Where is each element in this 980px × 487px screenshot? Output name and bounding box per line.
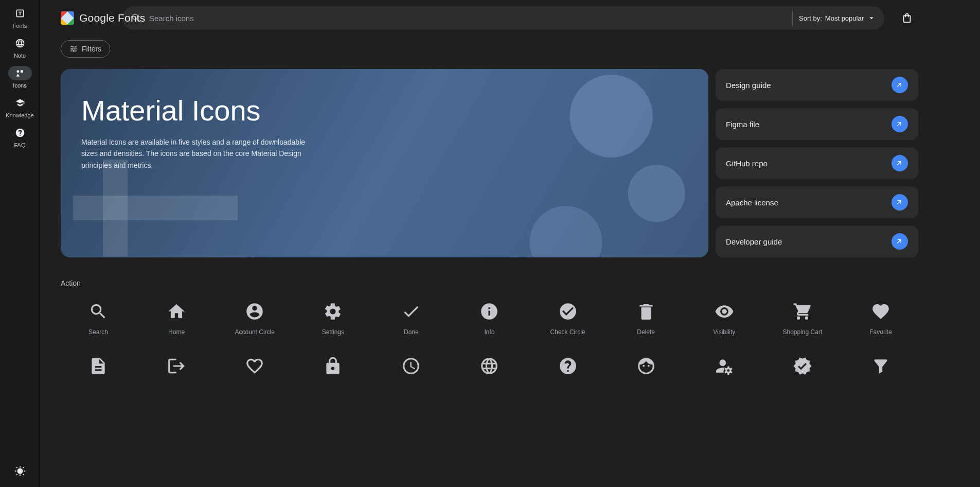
icon-cell-search[interactable]: Search [61,297,136,348]
link-label: Apache license [726,198,778,207]
icon-cell-account-circle[interactable]: Account Circle [217,297,292,348]
open-link-icon [892,116,908,132]
nav-knowledge[interactable]: Knowledge [0,96,40,118]
icon-cell-visibility[interactable]: Visibility [687,297,762,348]
link-label: Figma file [726,120,759,129]
icon-cell-verified[interactable] [765,351,840,403]
visibility-icon [715,302,734,321]
icon-label: Shopping Cart [783,328,823,336]
icon-cell-description[interactable] [61,351,136,403]
icon-label: Search [88,328,108,336]
icon-cell-home[interactable]: Home [139,297,214,348]
filters-chip[interactable]: Filters [61,40,110,58]
icon-cell-language[interactable] [452,351,527,403]
icon-cell-check-circle[interactable]: Check Circle [530,297,605,348]
sort-prefix: Sort by: [799,14,822,22]
nav-icons[interactable]: Icons [0,66,40,89]
sidebar: Fonts Noto Icons Knowledge FAQ [0,0,40,487]
icon-cell-lock[interactable] [295,351,370,403]
icon-cell-logout[interactable] [139,351,214,403]
link-label: Design guide [726,81,771,90]
icon-cell-done[interactable]: Done [373,297,449,348]
icon-cell-info[interactable]: Info [452,297,527,348]
brand-text: Google Fonts [79,12,146,24]
done-icon [401,302,421,321]
icon-cell-delete[interactable]: Delete [609,297,684,348]
help-icon [558,356,578,376]
icon-label: Visibility [713,328,735,336]
icon-label: Account Circle [235,328,275,336]
open-link-icon [892,233,908,250]
nav-label: Noto [14,53,26,59]
link-figma-file[interactable]: Figma file [716,108,918,140]
link-design-guide[interactable]: Design guide [716,69,918,101]
favorite-border-icon [245,356,264,376]
manage-accounts-icon [715,356,734,376]
main-content: Google Fonts Sort by: Most popular [40,0,980,487]
icon-label: Delete [637,328,655,336]
icon-label: Favorite [869,328,892,336]
help-icon [15,128,25,138]
language-icon [479,356,499,376]
icon-cell-face[interactable] [609,351,684,403]
open-link-icon [892,194,908,211]
hero-banner: Material Icons Material Icons are availa… [61,69,708,257]
sort-dropdown[interactable]: Sort by: Most popular [799,13,876,23]
link-github-repo[interactable]: GitHub repo [716,147,918,179]
nav-label: Icons [13,82,26,89]
hero-description: Material Icons are available in five sty… [81,136,318,171]
info-icon [479,302,499,321]
icon-label: Info [484,328,494,336]
icon-label: Check Circle [550,328,585,336]
check-circle-icon [558,302,578,321]
nav-fonts[interactable]: Fonts [0,6,40,29]
link-apache-license[interactable]: Apache license [716,186,918,218]
nav-noto[interactable]: Noto [0,36,40,59]
icon-cell-favorite-border[interactable] [217,351,292,403]
link-developer-guide[interactable]: Developer guide [716,225,918,257]
search-input[interactable] [148,13,786,23]
nav-label: Knowledge [6,112,33,118]
filters-label: Filters [82,45,101,53]
filters-row: Filters [61,40,918,58]
icon-cell-manage-accounts[interactable] [687,351,762,403]
favorite-icon [871,302,890,321]
icon-cell-help[interactable] [530,351,605,403]
brand-product: Fonts [118,12,146,24]
icon-grid: Search Home Account Circle Settings Done… [61,297,918,403]
globe-icon [15,38,25,48]
filter-alt-icon [871,356,890,376]
hero-title: Material Icons [81,94,688,127]
topbar: Google Fonts Sort by: Most popular [61,6,918,30]
shopping-bag-button[interactable] [896,7,918,29]
icon-label: Settings [322,328,344,336]
book-icon [15,98,25,108]
nav-faq[interactable]: FAQ [0,126,40,148]
google-fonts-mark [61,11,74,25]
theme-toggle[interactable] [14,465,26,479]
icon-label: Done [404,328,419,336]
icon-cell-filter-alt[interactable] [843,351,918,403]
verified-icon [793,356,812,376]
brand-logo[interactable]: Google Fonts [61,11,146,25]
chevron-down-icon [867,13,876,23]
icon-cell-schedule[interactable] [373,351,449,403]
description-icon [88,356,108,376]
logout-icon [167,356,186,376]
face-icon [636,356,656,376]
open-link-icon [892,77,908,93]
icon-label: Home [168,328,185,336]
icon-cell-favorite[interactable]: Favorite [843,297,918,348]
icon-cell-settings[interactable]: Settings [295,297,370,348]
shopping-bag-icon [901,12,913,24]
icon-cell-shopping-cart[interactable]: Shopping Cart [765,297,840,348]
brand-name: Google [79,12,115,24]
lock-icon [323,356,343,376]
search-icon [88,302,108,321]
tune-icon [69,45,78,53]
hero-links: Design guide Figma file GitHub repo Apac… [716,69,918,257]
nav-label: Fonts [13,23,27,29]
home-icon [167,302,186,321]
open-link-icon [892,155,908,171]
font-icon [15,8,25,19]
